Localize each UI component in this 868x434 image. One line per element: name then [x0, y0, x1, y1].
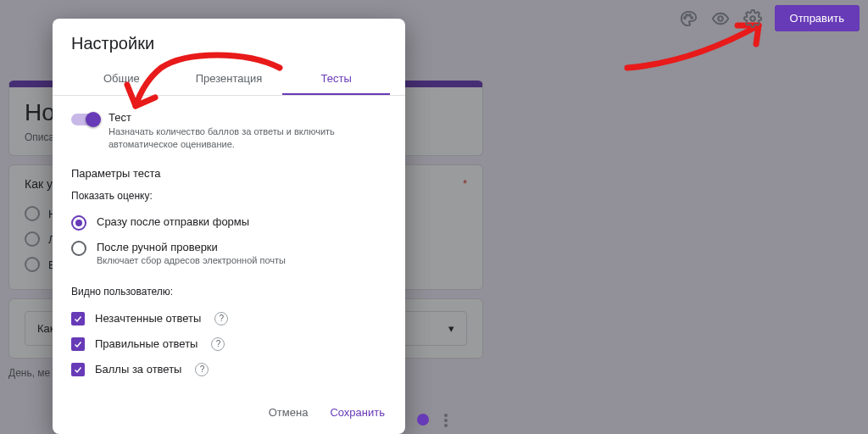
- tab-bar: Общие Презентация Тесты: [53, 62, 405, 96]
- quiz-toggle-description: Назначать количество баллов за ответы и …: [108, 125, 380, 152]
- gear-icon[interactable]: [743, 8, 763, 29]
- grade-immediate-label: Сразу после отправки формы: [97, 215, 249, 228]
- check-missed-answers[interactable]: Незачтенные ответы ?: [71, 306, 387, 331]
- checkbox-checked-icon: [71, 337, 85, 351]
- quiz-toggle[interactable]: [71, 114, 98, 125]
- palette-icon[interactable]: [678, 8, 698, 29]
- check-missed-label: Незачтенные ответы: [95, 312, 201, 325]
- tab-tests[interactable]: Тесты: [282, 62, 390, 95]
- decorative-dot: [417, 414, 429, 426]
- check-points-label: Баллы за ответы: [95, 363, 181, 376]
- grade-manual-label: После ручной проверки: [97, 241, 286, 253]
- svg-point-8: [688, 14, 690, 15]
- tab-presentation[interactable]: Презентация: [175, 62, 283, 95]
- svg-point-11: [750, 16, 755, 21]
- grade-option-immediate[interactable]: Сразу после отправки формы: [71, 210, 387, 236]
- eye-icon[interactable]: [710, 8, 731, 29]
- help-icon[interactable]: ?: [211, 337, 225, 351]
- send-button[interactable]: Отправить: [775, 5, 860, 31]
- svg-point-9: [691, 17, 693, 19]
- tab-general[interactable]: Общие: [68, 62, 175, 95]
- more-icon[interactable]: [444, 414, 448, 427]
- check-points[interactable]: Баллы за ответы ?: [71, 357, 387, 382]
- cancel-button[interactable]: Отмена: [264, 401, 314, 424]
- radio-icon: [71, 241, 86, 256]
- radio-selected-icon: [71, 215, 86, 231]
- settings-dialog: Настройки Общие Презентация Тесты Тест Н…: [53, 19, 405, 434]
- checkbox-checked-icon: [71, 363, 85, 376]
- checkbox-checked-icon: [71, 312, 85, 326]
- help-icon[interactable]: ?: [195, 363, 209, 376]
- show-grade-heading: Показать оценку:: [71, 190, 387, 202]
- help-icon[interactable]: ?: [214, 312, 228, 326]
- grade-manual-sub: Включает сбор адресов электронной почты: [97, 255, 286, 265]
- check-correct-answers[interactable]: Правильные ответы ?: [71, 331, 387, 357]
- quiz-toggle-label: Тест: [108, 111, 380, 124]
- check-correct-label: Правильные ответы: [95, 337, 198, 350]
- visible-heading: Видно пользователю:: [71, 286, 387, 298]
- dialog-title: Настройки: [53, 19, 405, 62]
- grade-option-manual[interactable]: После ручной проверки Включает сбор адре…: [71, 236, 387, 270]
- svg-point-7: [686, 14, 687, 15]
- params-heading: Параметры теста: [71, 167, 387, 180]
- svg-point-10: [718, 16, 723, 21]
- save-button[interactable]: Сохранить: [325, 401, 390, 424]
- svg-point-6: [683, 17, 685, 19]
